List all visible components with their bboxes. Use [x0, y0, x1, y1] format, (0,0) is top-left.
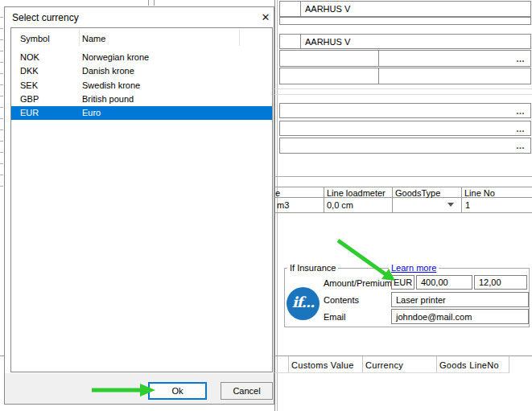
column-header-name: Name — [82, 34, 105, 43]
insurance-premium-field[interactable]: 12,00 — [474, 275, 527, 290]
row-symbol: SEK — [20, 79, 38, 92]
goods-header-loadmeter: Line loadmeter — [327, 188, 386, 198]
amount-premium-label: Amount/Premium — [324, 278, 392, 288]
email-value: johndoe@mail.com — [396, 312, 472, 322]
goods-cell-loadmeter: 0,0 cm — [327, 200, 353, 210]
customs-table-border — [288, 356, 289, 373]
goods-table-border — [274, 187, 532, 187]
insurance-premium-value: 12,00 — [479, 277, 501, 287]
separator-line — [274, 88, 532, 89]
currency-row-eur-selected[interactable]: EUR Euro — [11, 106, 272, 120]
column-divider — [79, 30, 80, 46]
row-name: Swedish krone — [82, 79, 140, 92]
lookup-field-2[interactable]: … — [279, 121, 531, 136]
currency-row-nok[interactable]: NOK Norwegian krone — [11, 51, 272, 64]
goods-cell-lineno: 1 — [465, 200, 470, 210]
goods-table-border — [324, 187, 324, 212]
insurance-currency-field[interactable]: EUR — [391, 275, 414, 290]
form-left-border — [274, 0, 275, 411]
contents-value: Laser printer — [396, 295, 446, 305]
currency-row-dkk[interactable]: DKK Danish krone — [11, 64, 272, 78]
insurance-amount-value: 400,00 — [421, 277, 448, 287]
row-symbol: NOK — [20, 51, 39, 64]
customs-value-header: Customs Value — [291, 360, 354, 370]
split-field-left-1[interactable] — [279, 50, 379, 67]
customs-table-border — [274, 372, 509, 373]
currency-header: Currency — [365, 360, 403, 370]
split-field-right-2[interactable] — [378, 68, 531, 84]
currency-row-sek[interactable]: SEK Swedish krone — [11, 79, 272, 92]
background-column-tick — [148, 0, 149, 6]
goods-lineno-header: Goods LineNo — [439, 360, 499, 370]
goods-table-border — [274, 212, 532, 213]
station-code-cell-2[interactable] — [279, 34, 301, 49]
row-name: Norwegian krone — [82, 51, 149, 64]
select-currency-dialog: Select currency ✕ Symbol Name NOK Norweg… — [4, 6, 274, 405]
row-symbol: GBP — [20, 92, 39, 106]
close-icon[interactable]: ✕ — [258, 10, 274, 26]
goods-table-border — [461, 187, 462, 212]
learn-more-link[interactable]: Learn more — [389, 263, 439, 273]
dialog-title: Select currency — [12, 12, 79, 23]
ok-button[interactable]: Ok — [148, 382, 207, 400]
station-field-2[interactable]: AARHUS V — [300, 34, 531, 49]
row-symbol: DKK — [20, 64, 39, 78]
goods-table-border — [392, 187, 393, 212]
contents-field[interactable]: Laser printer — [391, 292, 529, 307]
column-divider — [239, 30, 240, 46]
customs-table-border — [509, 356, 509, 373]
currency-list[interactable]: Symbol Name NOK Norwegian krone DKK Dani… — [10, 27, 273, 372]
ellipsis-button[interactable]: … — [516, 54, 526, 64]
goods-cell-partial: m3 — [277, 200, 289, 210]
currency-row-gbp[interactable]: GBP British pound — [11, 92, 272, 106]
goods-header-partial: e — [275, 188, 280, 198]
customs-table-border — [436, 356, 437, 373]
row-name: British pound — [82, 92, 134, 106]
row-name: Euro — [82, 106, 101, 120]
column-header-symbol: Symbol — [20, 34, 50, 43]
insurance-amount-field[interactable]: 400,00 — [416, 275, 472, 290]
split-field-right-1[interactable]: … — [378, 50, 531, 67]
groove-line — [274, 176, 532, 177]
if-insurance-logo: if... — [287, 287, 320, 320]
station-field-1[interactable]: AARHUS V — [300, 1, 531, 17]
ellipsis-button[interactable]: … — [516, 121, 526, 135]
contents-label: Contents — [324, 295, 359, 305]
empty-row-field[interactable] — [279, 17, 531, 25]
customs-table-border — [274, 356, 532, 356]
insurance-group-label: If Insurance — [287, 263, 338, 273]
goods-header-lineno: Line No — [464, 188, 495, 198]
ellipsis-button[interactable]: … — [516, 104, 526, 117]
customs-table-border — [362, 356, 363, 373]
background-grid-sliver — [0, 6, 3, 195]
row-symbol: EUR — [20, 106, 39, 120]
lookup-field-3[interactable]: … — [279, 138, 531, 154]
insurance-currency-value: EUR — [394, 277, 412, 287]
station-code-cell-1[interactable] — [279, 1, 301, 17]
lookup-field-1[interactable]: … — [279, 103, 531, 118]
app-screen: AARHUS V AARHUS V … … … … e Line loadmet… — [0, 0, 532, 411]
station-field-2-value: AARHUS V — [305, 35, 350, 48]
email-label: Email — [324, 312, 346, 322]
background-column-tick — [154, 0, 155, 6]
goods-header-goodstype: GoodsType — [395, 188, 440, 198]
email-field[interactable]: johndoe@mail.com — [391, 309, 529, 324]
separator-line — [274, 94, 532, 95]
dropdown-arrow-icon — [447, 203, 454, 207]
row-name: Danish krone — [82, 64, 134, 78]
cancel-button[interactable]: Cancel — [221, 382, 273, 400]
split-field-left-2[interactable] — [279, 68, 379, 84]
station-field-1-value: AARHUS V — [305, 2, 350, 16]
ellipsis-button[interactable]: … — [516, 139, 526, 153]
